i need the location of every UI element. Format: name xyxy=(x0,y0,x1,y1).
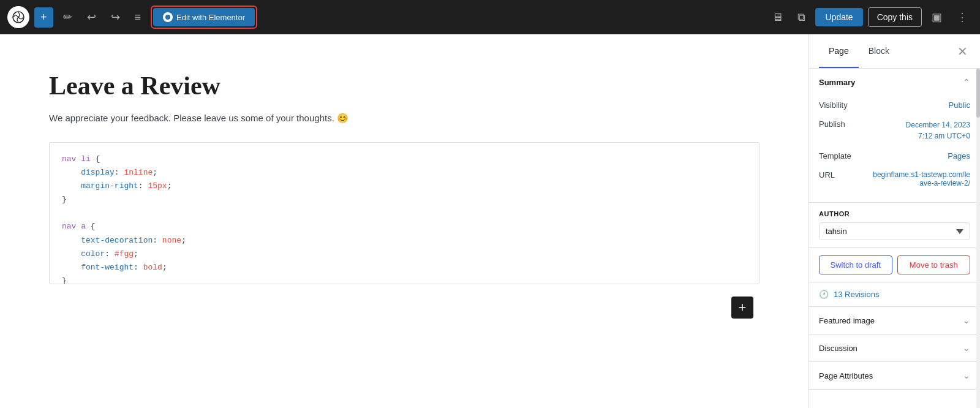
revisions-clock-icon: 🕐 xyxy=(819,290,829,299)
url-value[interactable]: beginflame.s1-tastewp.com/leave-a-review… xyxy=(872,170,970,187)
add-block-toolbar-button[interactable]: + xyxy=(34,7,53,28)
summary-url-row: URL beginflame.s1-tastewp.com/leave-a-re… xyxy=(819,165,970,192)
undo-button[interactable]: ↩ xyxy=(82,7,101,28)
page-attributes-chevron-icon: ⌄ xyxy=(963,371,970,380)
code-block[interactable]: nav li { display: inline; margin-right: … xyxy=(50,143,759,284)
author-section: AUTHOR tahsin xyxy=(809,203,980,248)
tab-page[interactable]: Page xyxy=(819,34,859,68)
summary-template-row: Template Pages xyxy=(819,146,970,165)
code-keyword-nav-li: nav li xyxy=(62,154,91,164)
sidebar-scrollbar-thumb[interactable] xyxy=(976,69,980,118)
featured-image-section[interactable]: Featured image ⌄ xyxy=(809,307,980,334)
update-button[interactable]: Update xyxy=(815,8,862,26)
copy-this-button[interactable]: Copy this xyxy=(868,7,922,27)
action-buttons: Switch to draft Move to trash xyxy=(809,248,980,282)
add-block-row: + xyxy=(49,297,760,319)
code-property-margin: margin-right xyxy=(81,181,138,191)
sidebar-close-button[interactable]: ✕ xyxy=(955,42,970,61)
sidebar-header: Page Block ✕ xyxy=(809,34,980,69)
move-to-trash-button[interactable]: Move to trash xyxy=(897,255,971,274)
editor-area: Leave a Review We appreciate your feedba… xyxy=(0,34,809,408)
sidebar-scrollbar-track xyxy=(976,69,980,408)
elementor-btn-label: Edit with Elementor xyxy=(176,13,245,22)
tab-block[interactable]: Block xyxy=(859,34,899,68)
code-property-display: display xyxy=(81,168,115,177)
template-value[interactable]: Pages xyxy=(948,151,970,161)
subtitle-text: We appreciate your feedback. Please leav… xyxy=(49,113,334,123)
summary-publish-row: Publish December 14, 20237:12 am UTC+0 xyxy=(819,115,970,146)
more-options-button[interactable]: ⋮ xyxy=(952,7,973,28)
summary-section-header[interactable]: Summary ⌃ xyxy=(809,69,980,96)
featured-image-chevron-icon: ⌄ xyxy=(963,315,970,325)
discussion-chevron-icon: ⌄ xyxy=(963,343,970,353)
subtitle-emoji: 😊 xyxy=(337,113,349,123)
toolbar-right: 🖥 ⧉ Update Copy this ▣ ⋮ xyxy=(767,7,973,28)
toolbar-left: + ✏ ↩ ↪ ≡ Edit with Elementor xyxy=(7,6,257,29)
summary-chevron-icon: ⌃ xyxy=(963,77,970,87)
list-view-button[interactable]: ≡ xyxy=(130,7,146,28)
main-area: Leave a Review We appreciate your feedba… xyxy=(0,34,980,408)
preview-button[interactable]: ⧉ xyxy=(793,7,810,28)
featured-image-title: Featured image xyxy=(819,316,875,325)
discussion-title: Discussion xyxy=(819,344,858,353)
page-attributes-title: Page Attributes xyxy=(819,371,873,380)
summary-visibility-row: Visibility Public xyxy=(819,96,970,115)
summary-title: Summary xyxy=(819,78,855,87)
page-attributes-section[interactable]: Page Attributes ⌄ xyxy=(809,362,980,390)
template-label: Template xyxy=(819,151,851,161)
elementor-button-wrapper: Edit with Elementor xyxy=(151,6,257,29)
code-keyword-nav-a: nav a xyxy=(62,222,86,231)
toolbar: + ✏ ↩ ↪ ≡ Edit with Elementor 🖥 ⧉ Update… xyxy=(0,0,980,34)
add-block-button[interactable]: + xyxy=(731,297,753,319)
code-property-text-decoration: text-decoration xyxy=(81,236,153,245)
author-select[interactable]: tahsin xyxy=(819,222,970,240)
page-subtitle: We appreciate your feedback. Please leav… xyxy=(49,113,760,124)
redo-button[interactable]: ↪ xyxy=(106,7,125,28)
settings-button[interactable]: ▣ xyxy=(927,7,947,28)
publish-label: Publish xyxy=(819,119,845,129)
code-property-font-weight: font-weight xyxy=(81,263,134,272)
publish-value[interactable]: December 14, 20237:12 am UTC+0 xyxy=(906,119,970,142)
summary-section-content: Visibility Public Publish December 14, 2… xyxy=(809,96,980,202)
sidebar-tabs: Page Block xyxy=(819,34,899,68)
page-title: Leave a Review xyxy=(49,71,760,100)
visibility-value[interactable]: Public xyxy=(949,100,970,110)
author-label: AUTHOR xyxy=(819,210,970,217)
right-sidebar: Page Block ✕ Summary ⌃ Visibility Public xyxy=(809,34,980,408)
visibility-label: Visibility xyxy=(819,100,848,110)
revisions-count: 13 Revisions xyxy=(834,290,879,299)
sidebar-wrapper: Page Block ✕ Summary ⌃ Visibility Public xyxy=(809,34,980,408)
switch-to-draft-button[interactable]: Switch to draft xyxy=(819,255,892,274)
desktop-view-button[interactable]: 🖥 xyxy=(767,7,788,28)
code-block-wrapper: nav li { display: inline; margin-right: … xyxy=(49,142,760,284)
elementor-icon xyxy=(163,12,173,22)
revisions-row[interactable]: 🕐 13 Revisions xyxy=(809,282,980,307)
summary-section: Summary ⌃ Visibility Public Publish Dece… xyxy=(809,69,980,203)
url-label: URL xyxy=(819,170,835,179)
code-property-color: color xyxy=(81,249,105,259)
edit-with-elementor-button[interactable]: Edit with Elementor xyxy=(153,8,255,26)
discussion-section[interactable]: Discussion ⌄ xyxy=(809,334,980,362)
wordpress-logo[interactable] xyxy=(7,6,29,28)
tools-button[interactable]: ✏ xyxy=(58,7,77,28)
